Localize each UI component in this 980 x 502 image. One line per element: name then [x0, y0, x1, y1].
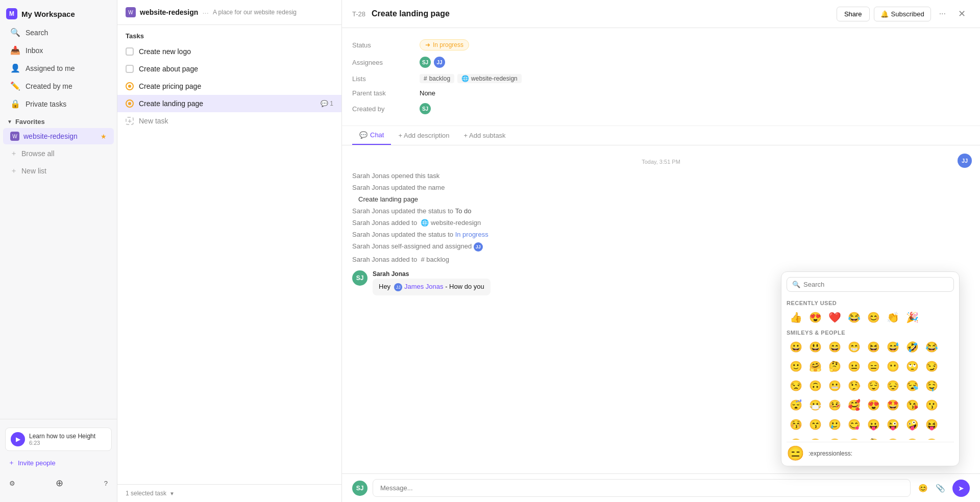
invite-people-btn[interactable]: ＋ Invite people — [3, 455, 114, 470]
emoji-btn[interactable]: 🙂 — [787, 357, 805, 375]
message-input[interactable] — [373, 479, 911, 497]
emoji-btn[interactable]: 🤑 — [787, 435, 805, 440]
emoji-btn[interactable]: 👍 — [787, 308, 805, 327]
status-value[interactable]: ➜ In progress — [420, 39, 469, 51]
emoji-btn[interactable]: 🥰 — [845, 396, 863, 414]
emoji-btn[interactable]: 😬 — [825, 376, 844, 395]
workspace-header[interactable]: M My Workspace — [0, 4, 117, 23]
new-list-item[interactable]: ＋ New list — [3, 163, 114, 179]
project-name: website-redesign — [23, 132, 78, 140]
emoji-btn[interactable]: 😚 — [787, 415, 805, 434]
emoji-button[interactable]: 😊 — [916, 481, 930, 495]
emoji-btn[interactable]: 😒 — [787, 376, 805, 395]
emoji-btn[interactable]: 🤐 — [884, 435, 902, 440]
emoji-btn[interactable]: 😆 — [864, 338, 883, 356]
sidebar-item-search[interactable]: 🔍 Search — [3, 24, 114, 41]
task-item-create-pricing[interactable]: Create pricing page — [117, 78, 341, 95]
sidebar-item-created[interactable]: ✏️ Created by me — [3, 78, 114, 94]
emoji-btn[interactable]: 😁 — [845, 338, 863, 356]
tab-chat[interactable]: 💬 Chat — [352, 126, 391, 145]
emoji-btn[interactable]: 😷 — [806, 396, 824, 414]
emoji-btn[interactable]: 👏 — [884, 308, 902, 327]
settings-btn[interactable]: ⚙ — [5, 476, 19, 490]
emoji-btn[interactable]: 😅 — [884, 338, 902, 356]
assignees-value[interactable]: SJ JJ — [420, 57, 445, 68]
created-icon: ✏️ — [10, 81, 20, 91]
emoji-btn[interactable]: 😑 — [864, 357, 883, 375]
emoji-btn[interactable]: 😊 — [864, 308, 883, 327]
emoji-btn[interactable]: 🤔 — [864, 435, 883, 440]
share-button[interactable]: Share — [837, 7, 870, 21]
msg-avatar-sj: SJ — [352, 270, 368, 286]
emoji-btn[interactable]: 🤣 — [903, 338, 921, 356]
emoji-btn[interactable]: 😙 — [806, 415, 824, 434]
task-footer[interactable]: 1 selected task ▼ — [117, 484, 341, 502]
sidebar-item-private[interactable]: 🔒 Private tasks — [3, 95, 114, 112]
emoji-btn[interactable]: 😀 — [787, 338, 805, 356]
tab-add-description[interactable]: + Add description — [391, 127, 456, 144]
favorites-section[interactable]: ▼ Favorites — [0, 113, 117, 128]
sidebar-item-assigned[interactable]: 👤 Assigned to me — [3, 60, 114, 77]
emoji-btn[interactable]: 🤫 — [845, 435, 863, 440]
task-checkbox-2[interactable] — [126, 65, 134, 73]
subscribed-button[interactable]: 🔔 Subscribed — [874, 7, 931, 21]
emoji-btn[interactable]: 😐 — [922, 435, 941, 440]
emoji-btn[interactable]: 😏 — [922, 357, 941, 375]
emoji-scroll-area[interactable]: Recently used 👍😍❤️😂😊👏🎉 Smileys & People … — [787, 297, 954, 440]
emoji-btn[interactable]: 😂 — [845, 308, 863, 327]
help-btn[interactable]: ? — [100, 476, 112, 490]
emoji-btn[interactable]: 😜 — [884, 415, 902, 434]
emoji-btn[interactable]: 🙃 — [806, 376, 824, 395]
task-checkbox-1[interactable] — [126, 47, 134, 56]
emoji-btn[interactable]: 🤤 — [922, 376, 941, 395]
emoji-btn[interactable]: 😄 — [825, 338, 844, 356]
sidebar-item-website-redesign[interactable]: W website-redesign ★ — [3, 128, 114, 144]
emoji-btn[interactable]: 😪 — [903, 376, 921, 395]
sidebar-item-inbox[interactable]: 📥 Inbox — [3, 42, 114, 59]
lists-value[interactable]: # backlog 🌐 website-redesign — [420, 74, 522, 83]
emoji-btn[interactable]: 😗 — [922, 396, 941, 414]
emoji-btn[interactable]: 😌 — [864, 376, 883, 395]
close-button[interactable]: ✕ — [954, 5, 970, 22]
emoji-btn[interactable]: 😝 — [922, 415, 941, 434]
emoji-btn[interactable]: 🎉 — [903, 308, 921, 327]
emoji-btn[interactable]: 😔 — [884, 376, 902, 395]
new-task-item[interactable]: + New task — [117, 112, 341, 130]
task-item-create-about[interactable]: Create about page — [117, 60, 341, 78]
send-button[interactable]: ➤ — [952, 480, 970, 497]
attachment-button[interactable]: 📎 — [933, 481, 947, 495]
emoji-btn[interactable]: 😃 — [806, 338, 824, 356]
emoji-btn[interactable]: 😶 — [884, 357, 902, 375]
emoji-btn[interactable]: 😛 — [864, 415, 883, 434]
emoji-btn[interactable]: 🤒 — [825, 396, 844, 414]
emoji-btn[interactable]: 😍 — [864, 396, 883, 414]
emoji-btn[interactable]: 😴 — [787, 396, 805, 414]
more-button[interactable]: ··· — [935, 6, 950, 21]
emoji-btn[interactable]: 🥲 — [825, 415, 844, 434]
task-item-create-new-logo[interactable]: Create new logo — [117, 43, 341, 60]
emoji-search-input[interactable] — [803, 281, 948, 288]
emoji-btn[interactable]: 🙄 — [903, 357, 921, 375]
msg-content: Sarah Jonas Hey JJ James Jonas - How do … — [373, 270, 491, 295]
emoji-btn[interactable]: 🤔 — [825, 357, 844, 375]
emoji-btn[interactable]: 🤥 — [845, 376, 863, 395]
emoji-btn[interactable]: 😂 — [922, 338, 941, 356]
emoji-btn[interactable]: 😐 — [845, 357, 863, 375]
emoji-btn[interactable]: 😍 — [806, 308, 824, 327]
parent-value[interactable]: None — [420, 89, 435, 97]
emoji-btn[interactable]: 🤭 — [825, 435, 844, 440]
emoji-btn[interactable]: ❤️ — [825, 308, 844, 327]
emoji-btn[interactable]: 🤨 — [903, 435, 921, 440]
browse-all-item[interactable]: ＋ Browse all — [3, 145, 114, 162]
emoji-btn[interactable]: 🤩 — [884, 396, 902, 414]
emoji-btn[interactable]: 🤗 — [806, 357, 824, 375]
add-btn[interactable]: ⊕ — [52, 474, 67, 492]
emoji-btn[interactable]: 🤗 — [806, 435, 824, 440]
emoji-btn[interactable]: 🤪 — [903, 415, 921, 434]
emoji-btn[interactable]: 😋 — [845, 415, 863, 434]
list-name-backlog: backlog — [429, 75, 450, 82]
task-item-create-landing[interactable]: Create landing page 💬 1 — [117, 95, 341, 112]
learn-box[interactable]: ▶ Learn how to use Height 6:23 — [5, 428, 112, 451]
tab-add-subtask[interactable]: + Add subtask — [457, 127, 513, 144]
emoji-btn[interactable]: 😘 — [903, 396, 921, 414]
